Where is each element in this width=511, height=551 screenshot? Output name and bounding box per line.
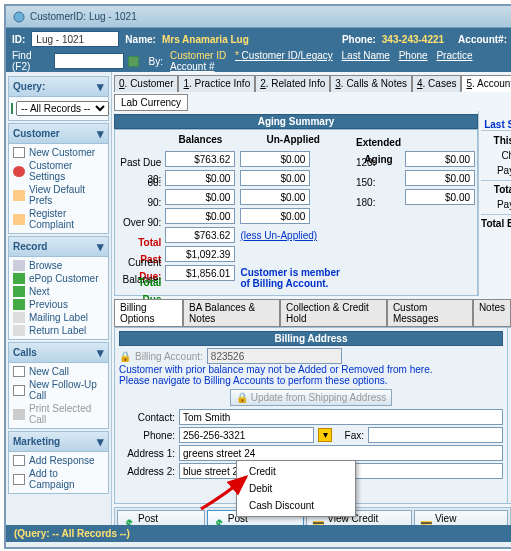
calls-collapse-icon[interactable]: ▾ <box>97 345 104 360</box>
sidebar-new-customer[interactable]: New Customer <box>9 146 108 159</box>
query-icon[interactable] <box>11 103 13 114</box>
query-head: Query: ▾ <box>8 76 109 97</box>
unap-90 <box>240 189 310 205</box>
lock-icon: 🔒 <box>119 351 131 362</box>
sidebar-mailing-label[interactable]: Mailing Label <box>9 311 108 324</box>
query-collapse-icon[interactable]: ▾ <box>97 79 104 94</box>
record-head: Record▾ <box>8 236 109 257</box>
by-label: By: <box>149 56 163 67</box>
sidebar-view-default-prefs[interactable]: View Default Prefs <box>9 183 108 207</box>
main: 0. Customer 1. Practice Info 2. Related … <box>112 72 511 525</box>
sidebar-epop-customer[interactable]: ePop Customer <box>9 272 108 285</box>
window-title: CustomerID: Lug - 1021 <box>30 11 137 22</box>
tab-collection[interactable]: Collection & Credit Hold <box>280 299 387 327</box>
phone-warning-icon[interactable]: ▾ <box>318 428 332 442</box>
record-collapse-icon[interactable]: ▾ <box>97 239 104 254</box>
sidebar-return-label[interactable]: Return Label <box>9 324 108 337</box>
contact-field[interactable] <box>179 409 503 425</box>
acct-label: Account#: <box>458 34 507 45</box>
svg-point-0 <box>14 12 24 22</box>
sidebar-add-response[interactable]: Add Response <box>9 454 108 467</box>
adjustment-icon: 💲 <box>213 519 225 526</box>
tab-accounting[interactable]: 5. Accounting <box>461 75 511 92</box>
unap-over90 <box>240 208 310 224</box>
billing-note2: Please navigate to Billing Accounts to p… <box>119 375 503 386</box>
tab-billing-options[interactable]: Billing Options <box>114 299 183 327</box>
tab-custom-msgs[interactable]: Custom Messages <box>387 299 473 327</box>
tab-cases[interactable]: 4. Cases <box>412 75 461 92</box>
tab-related[interactable]: 2. Related Info <box>255 75 330 92</box>
menu-credit[interactable]: Credit <box>237 463 355 480</box>
member-note: Customer is member of Billing Account. <box>240 267 339 289</box>
sidebar-next[interactable]: Next <box>9 285 108 298</box>
post-payment-button[interactable]: 💲Post Payment <box>117 510 205 525</box>
ext-150 <box>405 170 475 186</box>
money-icon: 💲 <box>123 519 135 526</box>
total-due <box>165 265 235 281</box>
find-label: Find (F2) <box>12 50 50 72</box>
less-unapplied-link[interactable]: (less Un-Applied) <box>240 230 317 241</box>
phone-value: 343-243-4221 <box>382 34 444 45</box>
status-bar: (Query: -- All Records --) <box>6 525 511 542</box>
menu-cash-discount[interactable]: Cash Discount <box>237 497 355 514</box>
by-practice[interactable]: Practice <box>436 50 472 61</box>
view-payments-button[interactable]: 💳View Payments <box>414 510 508 525</box>
sidebar-add-to-campaign[interactable]: Add to Campaign <box>9 467 108 491</box>
marketing-collapse-icon[interactable]: ▾ <box>97 434 104 449</box>
calls-head: Calls▾ <box>8 342 109 363</box>
update-from-shipping-btn: 🔒 Update from Shipping Address <box>230 389 393 406</box>
sidebar-new-call[interactable]: New Call <box>9 365 108 378</box>
by-phone[interactable]: Phone <box>399 50 428 61</box>
customer-collapse-icon[interactable]: ▾ <box>97 126 104 141</box>
billing-note1: Customer with prior balance may not be A… <box>119 364 503 375</box>
address1-field[interactable] <box>179 445 503 461</box>
main-tabs: 0. Customer 1. Practice Info 2. Related … <box>114 74 511 92</box>
name-value: Mrs Anamaria Lug <box>162 34 249 45</box>
name-label: Name: <box>125 34 156 45</box>
tab-practice[interactable]: 1. Practice Info <box>178 75 255 92</box>
marketing-head: Marketing▾ <box>8 431 109 452</box>
sidebar-browse[interactable]: Browse <box>9 259 108 272</box>
phone-field[interactable] <box>179 427 314 443</box>
sidebar-previous[interactable]: Previous <box>9 298 108 311</box>
by-customerid-legacy[interactable]: Customer ID/Legacy <box>235 50 333 61</box>
tab-notes[interactable]: Notes <box>473 299 511 327</box>
customer-head: Customer▾ <box>8 123 109 144</box>
find-bar: Find (F2) By: Customer ID Customer ID/Le… <box>6 50 511 72</box>
tab-customer[interactable]: 0. Customer <box>114 75 178 92</box>
titlebar: CustomerID: Lug - 1021 <box>6 6 511 28</box>
bal-60 <box>165 170 235 186</box>
fax-field[interactable] <box>368 427 503 443</box>
billing-subtabs: Billing Options BA Balances & Notes Coll… <box>114 299 511 327</box>
subtab-lab-currency[interactable]: Lab Currency <box>114 94 188 111</box>
menu-debit[interactable]: Debit <box>237 480 355 497</box>
by-account[interactable]: Account # <box>170 61 214 72</box>
by-lastname[interactable]: Last Name <box>342 50 390 61</box>
window: CustomerID: Lug - 1021 ID: Name: Mrs Ana… <box>4 4 511 549</box>
bal-30 <box>165 151 235 167</box>
sidebar-register-complaint[interactable]: Register Complaint <box>9 207 108 231</box>
post-adjustment-menu: Credit Debit Cash Discount <box>236 460 356 517</box>
tab-ba-balances[interactable]: BA Balances & Notes <box>183 299 280 327</box>
sidebar-new-followup-call[interactable]: New Follow-Up Call <box>9 378 108 402</box>
bal-over90 <box>165 208 235 224</box>
id-field[interactable] <box>31 31 119 47</box>
payments-icon: 💳 <box>420 519 432 526</box>
by-customerid[interactable]: Customer ID <box>170 50 226 61</box>
total-past-due <box>165 227 235 243</box>
right-summary: Last S This Ch Pay Tota Pay Total B <box>478 111 511 296</box>
billing-addr-title: Billing Address <box>119 331 503 346</box>
sidebar-customer-settings[interactable]: Customer Settings <box>9 159 108 183</box>
aging-grid: Past Due 30: 60: 90: Over 90: Total Past… <box>114 129 478 296</box>
ext-180 <box>405 189 475 205</box>
find-go-icon[interactable] <box>128 56 138 67</box>
sidebar: Query: ▾ -- All Records -- Customer▾ New… <box>6 72 112 525</box>
sidebar-print-selected-call: Print Selected Call <box>9 402 108 426</box>
ext-120 <box>405 151 475 167</box>
phone-label: Phone: <box>342 34 376 45</box>
query-select[interactable]: -- All Records -- <box>16 101 109 116</box>
current-balance <box>165 246 235 262</box>
billing-account-field <box>207 348 342 364</box>
tab-calls-notes[interactable]: 3. Calls & Notes <box>330 75 412 92</box>
find-input[interactable] <box>54 53 124 69</box>
